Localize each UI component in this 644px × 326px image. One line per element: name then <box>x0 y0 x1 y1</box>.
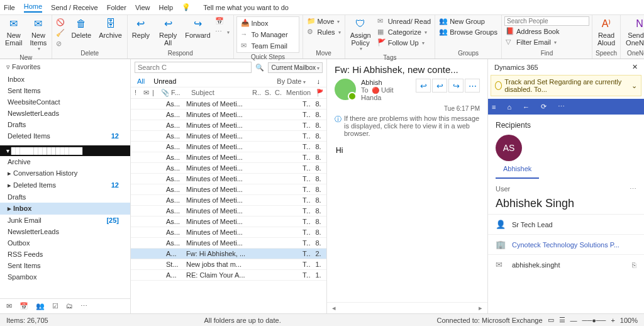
reply-all-action[interactable]: ↩ <box>432 79 447 93</box>
tell-me-search[interactable]: Tell me what you want to do <box>203 4 289 11</box>
back-icon[interactable]: ← <box>523 103 530 111</box>
new-items-button[interactable]: ✉New Items <box>27 16 49 53</box>
folder-item[interactable]: ▸ Conversation History <box>0 167 130 179</box>
message-row[interactable]: As...Minutes of Meeti...T...8. <box>131 99 326 110</box>
more-views-icon[interactable]: ⋯ <box>80 302 87 310</box>
unread-read-button[interactable]: ✉Unread/ Read <box>376 16 433 26</box>
sender-avatar[interactable] <box>335 79 356 100</box>
quickstep-manager[interactable]: →To Manager <box>240 30 296 40</box>
message-row[interactable]: As...Minutes of Meeti...T...8. <box>131 120 326 131</box>
folder-item[interactable]: Junk Email[25] <box>0 215 130 226</box>
menu-send-receive[interactable]: Send / Receive <box>51 4 98 11</box>
folder-item[interactable]: RSS Feeds <box>0 249 130 260</box>
folder-item[interactable]: ▸ Deleted Items12 <box>0 179 130 191</box>
filter-email-button[interactable]: ▽Filter Email <box>504 37 589 47</box>
message-row[interactable]: As...Minutes of Meeti...T...8. <box>131 110 326 120</box>
fav-item[interactable]: Sent Items <box>0 85 130 96</box>
home-icon[interactable]: ⌂ <box>507 103 511 111</box>
message-row[interactable]: As...Minutes of Meeti...T...8. <box>131 206 326 216</box>
message-row[interactable]: As...Minutes of Meeti...T...8. <box>131 184 326 195</box>
folder-item[interactable]: Archive <box>0 156 130 167</box>
message-row[interactable]: As...Minutes of Meeti...T...8. <box>131 131 326 142</box>
meeting-button[interactable]: 📅 <box>214 16 231 26</box>
close-icon[interactable]: ✕ <box>632 63 638 71</box>
message-row[interactable]: As...Minutes of Meeti...T...8. <box>131 195 326 206</box>
filter-all[interactable]: All <box>137 77 145 85</box>
move-button[interactable]: 📁Move <box>306 16 342 26</box>
fav-item[interactable]: WeebsiteContact <box>0 96 130 108</box>
column-headers[interactable]: !✉|📎 F... Subject R... S. C. Mention 🚩 <box>131 87 326 99</box>
forward-action[interactable]: ↪ <box>448 79 464 93</box>
d365-warning[interactable]: Track and Set Regarding are currently di… <box>491 75 641 96</box>
folder-item[interactable]: ▸ Inbox <box>0 203 130 215</box>
menu-help[interactable]: Help <box>159 4 174 11</box>
archive-button[interactable]: 🗄Archive <box>96 16 125 40</box>
ignore-button[interactable]: 🚫 <box>55 18 66 28</box>
message-row[interactable]: A...Fw: Hi Abhishek, ...T...2. <box>131 249 326 259</box>
folder-item[interactable]: Spambox <box>0 271 130 283</box>
quickstep-inbox[interactable]: 📥Inbox <box>240 18 296 28</box>
new-group-button[interactable]: 👥New Group <box>438 16 499 26</box>
categorize-button[interactable]: ▦Categorize <box>376 27 433 37</box>
menu-view[interactable]: View <box>135 4 150 11</box>
message-row[interactable]: As...Minutes of Meeti...T...8. <box>131 227 326 238</box>
recipient-avatar[interactable]: AS <box>496 135 522 161</box>
hamburger-icon[interactable]: ≡ <box>492 103 496 111</box>
people-view-icon[interactable]: 👥 <box>36 302 45 310</box>
view-normal-icon[interactable]: ▭ <box>548 316 554 324</box>
user-menu-icon[interactable]: ⋯ <box>630 185 636 193</box>
rules-button[interactable]: ⚙Rules <box>306 27 342 37</box>
folder-item[interactable]: Outbox <box>0 237 130 249</box>
search-icon[interactable]: 🔍 <box>255 64 264 72</box>
folder-item[interactable]: NewsletterLeads <box>0 226 130 237</box>
message-row[interactable]: As...Minutes of Meeti...T...8. <box>131 163 326 174</box>
sort-direction-icon[interactable]: ↓ <box>317 77 321 85</box>
user-company-link[interactable]: Cynoteck Technology Solutions P... <box>512 241 619 249</box>
new-email-button[interactable]: ✉New Email <box>3 16 25 48</box>
read-aloud-button[interactable]: A⁾Read Aloud <box>595 16 618 48</box>
send-onenote-button[interactable]: NSend to OneNote <box>623 16 644 48</box>
scroll-right-icon[interactable]: ▸ <box>479 304 482 312</box>
delete-button[interactable]: 🗑Delete <box>69 16 94 40</box>
message-row[interactable]: As...Minutes of Meeti...T...8. <box>131 174 326 184</box>
sort-dropdown[interactable]: By Date <box>277 77 305 85</box>
search-scope-dropdown[interactable]: Current Mailbox <box>268 62 323 73</box>
tasks-view-icon[interactable]: ☑ <box>52 302 58 310</box>
junk-button[interactable]: ⊘ <box>55 39 66 49</box>
message-row[interactable]: As...Minutes of Meeti...T...8. <box>131 238 326 249</box>
refresh-icon[interactable]: ⟳ <box>541 103 547 111</box>
browse-groups-button[interactable]: 👥Browse Groups <box>438 27 499 37</box>
copy-icon[interactable]: ⎘ <box>632 261 636 269</box>
forward-button[interactable]: ↪Forward <box>184 16 211 40</box>
view-reading-icon[interactable]: ☰ <box>559 316 565 324</box>
reply-button[interactable]: ↩Reply <box>130 16 152 40</box>
assign-policy-button[interactable]: 🛡Assign Policy <box>348 16 374 53</box>
menu-folder[interactable]: Folder <box>107 4 126 11</box>
message-row[interactable]: As...Minutes of Meeti...T...8. <box>131 142 326 152</box>
fav-item[interactable]: Drafts <box>0 119 130 130</box>
folder-item[interactable]: Sent Items <box>0 260 130 271</box>
folder-item[interactable]: Drafts <box>0 191 130 203</box>
fav-item[interactable]: Deleted Items12 <box>0 130 130 142</box>
account-header[interactable]: ▾ ████████████████ <box>0 145 130 156</box>
filter-unread[interactable]: Unread <box>153 77 176 85</box>
info-bar[interactable]: ⓘIf there are problems with how this mes… <box>327 112 487 140</box>
fav-item[interactable]: NewsletterLeads <box>0 108 130 119</box>
calendar-view-icon[interactable]: 📅 <box>19 302 28 310</box>
quickstep-team[interactable]: ✉Team Email <box>240 41 296 51</box>
message-row[interactable]: As...Minutes of Meeti...T...8. <box>131 152 326 163</box>
notes-view-icon[interactable]: 🗂 <box>66 302 73 310</box>
menu-file[interactable]: File <box>4 4 15 11</box>
more-respond-button[interactable]: ⋯ <box>214 27 231 37</box>
favorites-header[interactable]: ▿ Favorites <box>0 59 130 74</box>
recipient-link[interactable]: Abhishek <box>496 164 539 179</box>
scroll-left-icon[interactable]: ◂ <box>332 304 336 312</box>
more-actions[interactable]: ⋯ <box>465 79 480 93</box>
search-mail-input[interactable] <box>135 62 252 73</box>
mail-view-icon[interactable]: ✉ <box>6 302 12 310</box>
overflow-icon[interactable]: ⋯ <box>558 103 565 111</box>
reply-action[interactable]: ↩ <box>416 79 431 93</box>
address-book-button[interactable]: 📕Address Book <box>504 26 589 37</box>
menu-home[interactable]: Home <box>24 3 42 13</box>
message-row[interactable]: St...New jobs that m...T...1. <box>131 259 326 270</box>
